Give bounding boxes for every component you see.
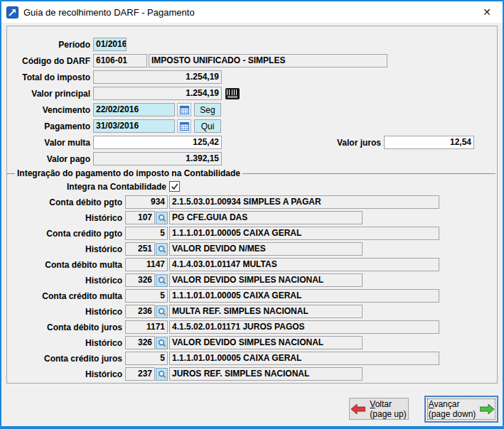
account-description-field: 1.1.1.01.01.00005 CAIXA GERAL [169, 352, 439, 365]
row-valor-multa-juros: Valor multa 125,42 Valor juros 12,54 [7, 136, 497, 149]
total-imposto-label: Total do imposto [7, 72, 93, 82]
account-label: Conta crédito multa [7, 291, 125, 301]
historico-description-field: VALOR DEVIDO SIMPLES NACIONAL [169, 273, 363, 287]
historico-code-field[interactable]: 251 [125, 242, 155, 256]
magnifier-icon [158, 276, 166, 285]
account-row-historico: Histórico 251 VALOR DEVIDO N/MES [7, 242, 497, 256]
pagamento-label: Pagamento [7, 121, 93, 131]
form-panel: Período 01/2016 Código do DARF 6106-01 I… [6, 26, 498, 384]
historico-lookup-button[interactable] [156, 368, 168, 381]
account-code-field[interactable]: 5 [125, 227, 168, 240]
app-icon [6, 6, 18, 18]
voltar-button[interactable]: Voltar (page up) [349, 398, 409, 420]
vencimento-weekday-badge: Seg [194, 103, 221, 116]
valor-juros-input[interactable]: 12,54 [384, 136, 474, 149]
account-label: Conta débito juros [7, 322, 125, 332]
historico-lookup-button[interactable] [156, 337, 168, 349]
account-description-field: 1.1.1.01.01.00005 CAIXA GERAL [169, 289, 439, 303]
magnifier-icon [158, 214, 166, 222]
historico-description-field: JUROS REF. SIMPLES NACIONAL [169, 367, 363, 381]
vencimento-date-input[interactable]: 22/02/2016 [93, 103, 175, 116]
account-label: Conta crédito juros [7, 354, 125, 364]
account-row-conta-debito-juros: Conta débito juros 1171 4.1.5.02.01.0117… [7, 320, 497, 334]
section-rule [242, 173, 495, 174]
account-code-field[interactable]: 1171 [125, 320, 168, 334]
periodo-input[interactable]: 01/2016 [93, 38, 127, 51]
historico-lookup-button[interactable] [156, 243, 168, 256]
codigo-darf-input[interactable]: 6106-01 [93, 54, 147, 67]
row-codigo-darf: Código do DARF 6106-01 IMPOSTO UNIFICADO… [7, 54, 497, 67]
account-row-historico: Histórico 326 VALOR DEVIDO SIMPLES NACIO… [7, 273, 497, 287]
account-row-conta-credito-juros: Conta crédito juros 5 1.1.1.01.01.00005 … [7, 352, 497, 365]
boleto-barcode-button[interactable] [225, 87, 240, 100]
voltar-label: Voltar [370, 399, 406, 409]
account-description-field: 4.1.5.02.01.01171 JUROS PAGOS [169, 320, 439, 334]
magnifier-icon [158, 308, 166, 316]
row-integra-contabilidade: Integra na Contabilidade [7, 180, 497, 193]
account-label: Conta débito multa [7, 260, 125, 270]
calendar-icon [180, 105, 189, 114]
row-total-imposto: Total do imposto 1.254,19 [7, 70, 497, 84]
calendar-icon [180, 121, 189, 131]
historico-code-field[interactable]: 326 [125, 336, 155, 349]
historico-lookup-button[interactable] [156, 305, 168, 318]
historico-description-field: VALOR DEVIDO SIMPLES NACIONAL [169, 336, 363, 349]
codigo-darf-label: Código do DARF [7, 56, 93, 66]
account-code-field[interactable]: 5 [125, 352, 168, 365]
historico-code-field[interactable]: 236 [125, 305, 155, 318]
integra-checkbox-label: Integra na Contabilidade [7, 182, 169, 192]
account-label: Histórico [7, 369, 125, 379]
account-row-historico: Histórico 326 VALOR DEVIDO SIMPLES NACIO… [7, 336, 497, 349]
account-description-field: 1.1.1.01.01.00005 CAIXA GERAL [169, 227, 439, 240]
red-left-arrow-icon [351, 404, 365, 414]
vencimento-label: Vencimento [7, 105, 93, 115]
account-label: Histórico [7, 276, 125, 286]
valor-multa-input[interactable]: 125,42 [93, 136, 222, 149]
row-vencimento: Vencimento 22/02/2016 Seg [7, 103, 497, 116]
valor-multa-label: Valor multa [7, 138, 93, 148]
pagamento-calendar-button[interactable] [177, 119, 191, 133]
integra-checkbox[interactable] [169, 181, 180, 192]
row-valor-pago: Valor pago 1.392,15 [7, 152, 497, 165]
account-row-historico: Histórico 236 MULTA REF. SIMPLES NACIONA… [7, 305, 497, 318]
magnifier-icon [158, 245, 166, 254]
periodo-label: Período [7, 40, 93, 50]
historico-code-field[interactable]: 237 [125, 367, 155, 381]
historico-lookup-button[interactable] [156, 212, 168, 224]
voltar-sublabel: (page up) [370, 409, 406, 419]
pagamento-date-input[interactable]: 31/03/2016 [93, 119, 175, 133]
dialog-window: Guia de recolhimento DARF - Pagamento ✕ … [0, 0, 504, 429]
historico-lookup-button[interactable] [156, 274, 168, 287]
account-row-historico: Histórico 107 PG CFE.GUIA DAS [7, 211, 497, 224]
account-code-field[interactable]: 1147 [125, 258, 168, 271]
row-pagamento: Pagamento 31/03/2016 Qui [7, 119, 497, 133]
historico-code-field[interactable]: 107 [125, 211, 155, 224]
account-row-conta-debito-pgto: Conta débito pgto 934 2.1.5.03.01.00934 … [7, 195, 497, 209]
section-rule [7, 173, 15, 174]
account-description-field: 2.1.5.03.01.00934 SIMPLES A PAGAR [169, 195, 439, 209]
account-row-conta-debito-multa: Conta débito multa 1147 4.1.4.03.01.0114… [7, 258, 497, 271]
magnifier-icon [158, 339, 166, 347]
row-valor-principal: Valor principal 1.254,19 [7, 87, 497, 100]
historico-description-field: MULTA REF. SIMPLES NACIONAL [169, 305, 363, 318]
total-imposto-field: 1.254,19 [93, 70, 222, 84]
avancar-button[interactable]: Avançar (page down) [424, 396, 498, 423]
valor-pago-field: 1.392,15 [93, 152, 222, 165]
historico-code-field[interactable]: 326 [125, 273, 155, 287]
account-label: Histórico [7, 244, 125, 254]
avancar-label: Avançar [429, 399, 476, 409]
account-label: Conta débito pgto [7, 197, 125, 207]
account-code-field[interactable]: 934 [125, 195, 168, 209]
account-label: Histórico [7, 213, 125, 223]
account-label: Conta crédito pgto [7, 229, 125, 239]
account-description-field: 4.1.4.03.01.01147 MULTAS [169, 258, 439, 271]
close-button[interactable]: ✕ [471, 1, 503, 23]
account-label: Histórico [7, 307, 125, 317]
vencimento-calendar-button[interactable] [177, 103, 191, 116]
codigo-darf-description: IMPOSTO UNIFICADO - SIMPLES [149, 54, 387, 67]
account-code-field[interactable]: 5 [125, 289, 168, 303]
pagamento-weekday-badge: Qui [194, 119, 221, 133]
account-label: Histórico [7, 338, 125, 348]
title-bar: Guia de recolhimento DARF - Pagamento ✕ [1, 1, 503, 23]
account-row-conta-credito-pgto: Conta crédito pgto 5 1.1.1.01.01.00005 C… [7, 227, 497, 240]
